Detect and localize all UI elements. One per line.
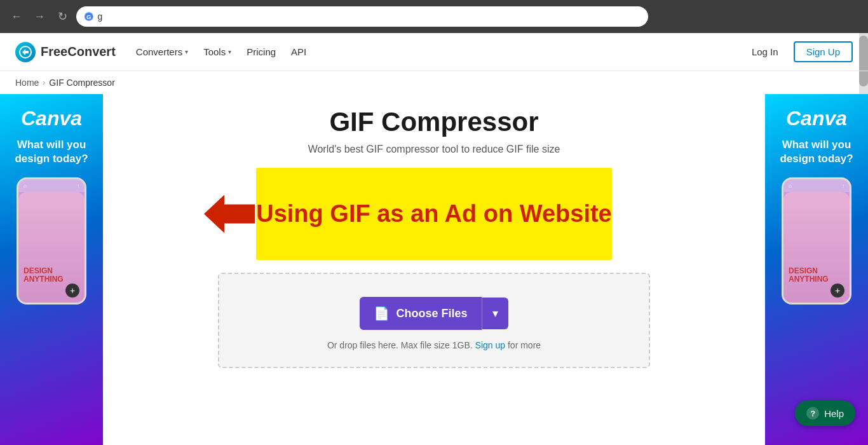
- nav-converters[interactable]: Converters ▾: [136, 46, 188, 57]
- left-ad-headline: What will you design today?: [8, 138, 95, 166]
- logo-link[interactable]: FreeConvert: [15, 42, 116, 62]
- converters-label: Converters: [136, 46, 182, 57]
- login-button[interactable]: Log In: [744, 43, 786, 61]
- left-canva-logo: Canva: [21, 107, 82, 130]
- right-ad-inner: Canva What will you design today? ⌂ ↑ DE…: [765, 94, 868, 445]
- pricing-label: Pricing: [247, 46, 276, 57]
- left-ad-banner[interactable]: Canva What will you design today? ⌂ ↑ DE…: [0, 94, 103, 445]
- navbar-right: Log In Sign Up: [744, 41, 853, 62]
- right-phone-home-icon: ⌂: [789, 183, 792, 189]
- left-phone-home-icon: ⌂: [24, 183, 27, 189]
- right-phone-top-bar: ⌂ ↑: [783, 179, 850, 192]
- back-button[interactable]: ←: [8, 8, 25, 25]
- signup-link[interactable]: Sign up: [475, 340, 505, 350]
- drop-hint-text: Or drop files here. Max file size 1GB. S…: [327, 340, 541, 350]
- right-design-text: DESIGN ANYTHING: [789, 267, 829, 284]
- upload-dropzone[interactable]: 📄 Choose Files ▾ Or drop files here. Max…: [218, 273, 650, 368]
- right-phone-upload-icon: ↑: [842, 183, 844, 189]
- logo-free: Free: [41, 44, 67, 58]
- tools-chevron-icon: ▾: [228, 48, 231, 55]
- right-ad-headline: What will you design today?: [773, 138, 860, 166]
- nav-tools[interactable]: Tools ▾: [203, 46, 231, 57]
- arrow-container: [204, 195, 255, 233]
- nav-links: Converters ▾ Tools ▾ Pricing API: [136, 46, 306, 57]
- page: FreeConvert Converters ▾ Tools ▾ Pricing…: [0, 33, 868, 445]
- center-content: GIF Compressor World's best GIF compress…: [103, 94, 765, 445]
- browser-chrome: ← → ↻ G: [0, 0, 868, 33]
- breadcrumb-separator-icon: ›: [43, 78, 45, 87]
- drop-hint-main: Or drop files here. Max file size 1GB.: [327, 340, 473, 350]
- logo-text: FreeConvert: [41, 44, 116, 59]
- drop-hint-suffix: for more: [508, 340, 541, 350]
- refresh-button[interactable]: ↻: [53, 8, 71, 25]
- logo-icon: [15, 42, 36, 62]
- right-phone-mockup: ⌂ ↑ DESIGN ANYTHING +: [782, 177, 851, 305]
- right-design-line2: ANYTHING: [789, 275, 829, 284]
- center-ad-text: Using GIF as an Ad on Website: [256, 200, 612, 228]
- page-title: GIF Compressor: [329, 107, 538, 137]
- svg-text:G: G: [86, 13, 92, 20]
- right-ad-banner[interactable]: Canva What will you design today? ⌂ ↑ DE…: [765, 94, 868, 445]
- left-design-line2: ANYTHING: [24, 275, 64, 284]
- center-ad[interactable]: Using GIF as an Ad on Website: [256, 168, 612, 260]
- choose-files-label: Choose Files: [396, 307, 467, 320]
- left-phone-upload-icon: ↑: [77, 183, 79, 189]
- left-phone-top-bar: ⌂ ↑: [18, 179, 85, 192]
- left-design-text: DESIGN ANYTHING: [24, 267, 64, 284]
- url-input[interactable]: [98, 11, 641, 22]
- left-phone-mockup: ⌂ ↑ DESIGN ANYTHING +: [17, 177, 86, 305]
- dropdown-chevron-icon: ▾: [492, 307, 498, 320]
- page-subtitle: World's best GIF compressor tool to redu…: [308, 144, 560, 155]
- api-label: API: [291, 46, 306, 57]
- help-button[interactable]: ? Help: [795, 400, 855, 426]
- favicon-icon: G: [84, 11, 94, 22]
- left-ad-inner: Canva What will you design today? ⌂ ↑ DE…: [0, 94, 103, 445]
- nav-api[interactable]: API: [291, 46, 306, 57]
- file-icon: 📄: [374, 306, 390, 321]
- logo-convert: Convert: [67, 44, 116, 58]
- right-canva-logo: Canva: [786, 107, 847, 130]
- navbar-left: FreeConvert Converters ▾ Tools ▾ Pricing…: [15, 42, 306, 62]
- help-label: Help: [824, 408, 844, 419]
- choose-files-dropdown-button[interactable]: ▾: [482, 298, 508, 329]
- address-bar[interactable]: G: [76, 6, 648, 27]
- navbar: FreeConvert Converters ▾ Tools ▾ Pricing…: [0, 33, 868, 71]
- nav-pricing[interactable]: Pricing: [247, 46, 276, 57]
- choose-files-row: 📄 Choose Files ▾: [360, 297, 508, 330]
- forward-button[interactable]: →: [31, 8, 48, 25]
- main-content: Canva What will you design today? ⌂ ↑ DE…: [0, 94, 868, 445]
- tools-label: Tools: [203, 46, 226, 57]
- breadcrumb: Home › GIF Compressor: [0, 71, 868, 94]
- breadcrumb-current: GIF Compressor: [49, 78, 114, 88]
- logo-svg: [19, 46, 32, 58]
- breadcrumb-home[interactable]: Home: [15, 78, 39, 88]
- arrow-left-icon: [204, 195, 255, 233]
- signup-button[interactable]: Sign Up: [794, 41, 853, 62]
- converters-chevron-icon: ▾: [185, 48, 188, 55]
- help-question-icon: ?: [806, 407, 819, 420]
- choose-files-button[interactable]: 📄 Choose Files: [360, 297, 481, 330]
